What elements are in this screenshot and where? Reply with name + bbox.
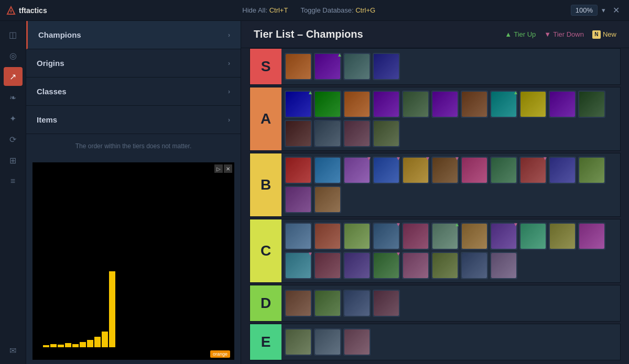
champ-card[interactable]: ▼ — [285, 252, 312, 279]
champ-card[interactable] — [314, 120, 341, 147]
champ-card[interactable] — [373, 290, 400, 317]
champ-card[interactable] — [519, 223, 547, 250]
champ-card[interactable]: ▼ — [373, 252, 400, 279]
sidebar-icons: ◫ ◎ ↗ ❧ ✦ ⟳ ⊞ ≡ ✉ — [0, 21, 26, 364]
sidebar-icon-target[interactable]: ◎ — [4, 46, 23, 65]
chart-bar — [109, 271, 115, 347]
tier-champs-E — [281, 324, 620, 360]
champ-card[interactable] — [343, 252, 371, 279]
champ-card[interactable] — [314, 91, 341, 118]
tier-row-B: B▼▼▼▼▼ — [250, 153, 621, 217]
champ-card[interactable] — [461, 91, 488, 118]
champ-card[interactable] — [285, 120, 312, 147]
tier-down-indicator: ▼ — [513, 222, 518, 227]
sidebar-icon-list[interactable]: ≡ — [4, 172, 23, 191]
sidebar-icon-history[interactable]: ⟳ — [4, 130, 23, 149]
arrow-down-icon: ▼ — [544, 30, 551, 38]
champ-card[interactable] — [343, 290, 371, 317]
champ-card[interactable]: ▼ — [402, 157, 429, 184]
tier-row-A: A▲▲ — [250, 87, 621, 151]
logo-icon — [6, 6, 16, 15]
champ-card[interactable] — [285, 53, 312, 80]
champ-card[interactable] — [461, 223, 488, 250]
champ-card[interactable] — [461, 157, 488, 184]
champ-card[interactable] — [314, 223, 341, 250]
champ-card[interactable] — [431, 91, 459, 118]
nav-item-classes[interactable]: Classes › — [26, 78, 241, 106]
champ-card[interactable] — [343, 223, 371, 250]
champ-card[interactable] — [461, 252, 488, 279]
tier-up-indicator: ▲ — [337, 52, 342, 58]
tier-up-indicator: ▲ — [454, 222, 460, 227]
champ-card[interactable] — [578, 91, 605, 118]
champ-card[interactable]: ▼ — [373, 223, 400, 250]
champ-card[interactable] — [578, 223, 605, 250]
champ-card[interactable] — [343, 328, 371, 356]
champ-card[interactable] — [285, 223, 312, 250]
champ-card[interactable] — [431, 252, 459, 279]
champ-card[interactable] — [285, 157, 312, 184]
nav-panel: Champions › Origins › Classes › Items › … — [26, 21, 241, 364]
tier-label-A: A — [250, 87, 281, 150]
tier-legend: ▲ Tier Up ▼ Tier Down N New — [505, 30, 616, 39]
toggle-db-label: Toggle Database: Ctrl+G — [300, 6, 375, 14]
champ-card[interactable]: ▼ — [343, 157, 371, 184]
sidebar-icon-star[interactable]: ✦ — [4, 109, 23, 128]
champ-card[interactable] — [343, 53, 371, 80]
champ-card[interactable] — [402, 252, 429, 279]
champ-card[interactable] — [314, 328, 341, 356]
chart-bar — [102, 332, 108, 347]
chart-bar — [72, 344, 79, 347]
ad-close-button[interactable]: ✕ — [224, 164, 232, 173]
champ-card[interactable] — [549, 157, 576, 184]
champ-card[interactable]: ▲ — [431, 223, 459, 250]
champ-card[interactable]: ▼ — [519, 157, 547, 184]
champ-card[interactable] — [549, 223, 576, 250]
champ-card[interactable] — [285, 186, 312, 213]
champ-card[interactable]: ▼ — [373, 157, 400, 184]
tier-down-indicator: ▼ — [366, 156, 372, 161]
champ-card[interactable] — [402, 91, 429, 118]
champ-card[interactable] — [314, 157, 341, 184]
champ-card[interactable] — [578, 157, 605, 184]
champ-card[interactable] — [314, 252, 341, 279]
tier-champs-S: ▲ — [281, 49, 620, 84]
champ-card[interactable] — [373, 53, 400, 80]
champ-card[interactable]: ▲ — [285, 91, 312, 118]
nav-item-items[interactable]: Items › — [26, 106, 241, 134]
close-button[interactable]: ✕ — [610, 4, 623, 16]
champ-card[interactable] — [490, 157, 517, 184]
zoom-chevron-icon[interactable]: ▾ — [602, 6, 605, 14]
sidebar-icon-database[interactable]: ⊞ — [4, 151, 23, 170]
sidebar-icon-layers[interactable]: ◫ — [4, 25, 23, 44]
nav-item-champions[interactable]: Champions › — [26, 21, 241, 49]
champ-card[interactable] — [314, 186, 341, 213]
champ-card[interactable] — [490, 252, 517, 279]
champ-card[interactable] — [343, 120, 371, 147]
champ-card[interactable] — [285, 328, 312, 356]
tier-down-indicator: ▼ — [425, 156, 430, 161]
champ-card[interactable] — [519, 91, 547, 118]
champ-card[interactable] — [285, 290, 312, 317]
champ-card[interactable]: ▼ — [431, 157, 459, 184]
champ-card[interactable] — [373, 120, 400, 147]
champ-card[interactable] — [314, 290, 341, 317]
champ-card[interactable] — [373, 91, 400, 118]
champ-card[interactable]: ▲ — [490, 91, 517, 118]
ad-controls: ▷ ✕ — [214, 164, 232, 173]
chart-bar — [50, 344, 57, 347]
champ-card[interactable]: ▲ — [314, 53, 341, 80]
champ-card[interactable] — [402, 223, 429, 250]
tier-new-legend: N New — [592, 30, 616, 39]
ad-expand-button[interactable]: ▷ — [214, 164, 223, 173]
sidebar-icon-leaf[interactable]: ❧ — [4, 88, 23, 107]
champ-card[interactable]: ▼ — [490, 223, 517, 250]
sidebar-icon-mail[interactable]: ✉ — [4, 341, 23, 360]
hide-all-label: Hide All: Ctrl+T — [242, 6, 288, 14]
sidebar-icon-chart[interactable]: ↗ — [4, 67, 23, 86]
tier-down-indicator: ▼ — [396, 251, 401, 257]
champ-card[interactable] — [343, 91, 371, 118]
nav-item-origins[interactable]: Origins › — [26, 49, 241, 78]
zoom-level[interactable]: 100% — [571, 5, 598, 16]
champ-card[interactable] — [549, 91, 576, 118]
